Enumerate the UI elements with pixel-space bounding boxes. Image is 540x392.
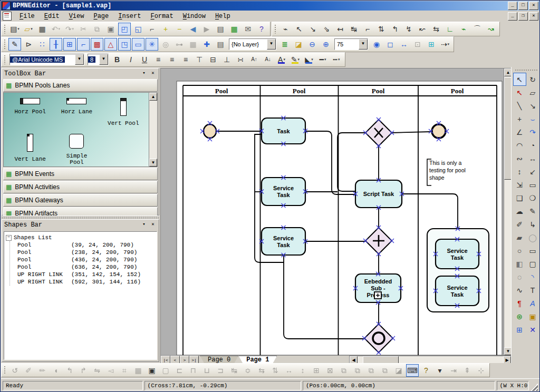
link-zigzag-left[interactable]: ↜ <box>416 23 429 35</box>
link-arrow-both[interactable]: ↹ <box>348 23 360 35</box>
table-tool[interactable]: ⊞ <box>513 323 526 336</box>
rotate-tool[interactable]: ↻ <box>526 73 539 86</box>
font-size-combo[interactable]: 8 ▼ <box>88 54 109 65</box>
lock-button[interactable]: ▣ <box>146 364 158 377</box>
toolbar-grip[interactable] <box>4 55 6 64</box>
font-name-combo[interactable]: @Arial Unicode MS ▼ <box>9 54 84 65</box>
toolbar-grip[interactable] <box>4 39 6 50</box>
link-slant[interactable]: ⇘ <box>320 23 333 35</box>
pie-tool[interactable]: ◔ <box>526 139 539 152</box>
menu-item-edit[interactable]: Edit <box>40 12 64 21</box>
blob-tool[interactable]: ◌ <box>513 270 526 283</box>
scroll-down-button[interactable]: ▼ <box>149 159 157 166</box>
toolbar-grip[interactable] <box>4 24 6 34</box>
edit-nodes-tool[interactable]: ▱ <box>526 86 539 99</box>
mdi-restore-button[interactable]: ❐ <box>518 12 528 21</box>
select-tool[interactable]: ↖ <box>513 73 526 86</box>
menu-item-window[interactable]: Window <box>178 12 210 21</box>
reduce-button[interactable]: − <box>173 23 186 35</box>
link-step-left[interactable]: ↰ <box>389 23 401 35</box>
back-button[interactable]: ◀ <box>187 23 199 35</box>
toolbox-item-simple-pool[interactable]: SimplePool <box>53 134 100 165</box>
pencil-tool[interactable]: ✎ <box>526 204 539 218</box>
menu-item-help[interactable]: Help <box>210 12 235 21</box>
font-name-dropdown[interactable]: ▼ <box>75 54 84 65</box>
menu-item-file[interactable]: File <box>15 12 40 21</box>
valign-middle-button[interactable]: ⊟ <box>207 53 219 66</box>
circle-tool[interactable]: ○ <box>513 244 526 257</box>
toolbar-grip[interactable] <box>515 69 537 72</box>
arrow-line-tool[interactable]: ↘ <box>526 99 539 112</box>
menu-item-format[interactable]: Format <box>146 12 178 21</box>
snap-handles-button[interactable]: ⌐ <box>77 38 90 51</box>
split-curve-tool[interactable]: ⌣ <box>526 112 539 125</box>
valign-top-button[interactable]: ⊤ <box>193 53 206 66</box>
zoom-area-button[interactable]: ⊞ <box>425 38 438 51</box>
shapes-list-item[interactable]: UP RIGHT LINK(592, 301, 144, 116) <box>10 278 157 286</box>
toolbar-grip[interactable] <box>274 24 277 34</box>
zoom-out-button[interactable]: ⊖ <box>306 38 319 51</box>
cross-line-tool[interactable]: + <box>513 112 526 125</box>
toolbar-grip[interactable] <box>4 366 6 375</box>
curve-point-tool[interactable]: ◝ <box>526 270 539 283</box>
layer-combo-dropdown[interactable]: ▼ <box>267 39 276 50</box>
grid-toggle-button[interactable]: ∷ <box>36 38 49 51</box>
zoom-combo-dropdown[interactable]: ▼ <box>359 39 368 50</box>
add-anchor-tool[interactable]: ↖ <box>513 86 526 99</box>
shape-select-button[interactable]: ⊳ <box>22 38 35 51</box>
pool-header-label[interactable]: Pool <box>372 87 385 95</box>
delete-tool[interactable]: ✕ <box>526 323 539 336</box>
shapes-bar-menu-button[interactable]: ▾ <box>140 221 148 228</box>
toolbox-section-bpmn-gateways[interactable]: ▦BPMN Gateways <box>3 194 158 207</box>
context-help-button[interactable]: ? <box>420 364 432 377</box>
round-bubble-tool[interactable]: ❍ <box>526 191 539 204</box>
bullet-list-button[interactable]: ∺ <box>234 53 247 66</box>
zoom-actual-button[interactable]: ◉ <box>370 38 383 51</box>
end-event[interactable] <box>432 124 446 138</box>
line-style-button[interactable]: ┅▾ <box>330 53 343 66</box>
mdi-minimize-button[interactable]: _ <box>508 12 517 21</box>
fill-color-button[interactable]: ◣▾ <box>303 53 315 66</box>
select-area-button[interactable]: ▩ <box>91 38 103 51</box>
start-event[interactable] <box>204 124 216 138</box>
pool-header-label[interactable]: Pool <box>215 87 228 95</box>
layer-combo[interactable]: {No Layer} ▼ <box>229 38 276 50</box>
toolbox-item-vert-pool[interactable]: Vert Pool <box>100 98 147 126</box>
zoom-combo[interactable]: 75 ▼ <box>334 38 368 50</box>
text-format-tool[interactable]: ¶ <box>513 297 526 310</box>
shapes-list-item[interactable]: Pool(436, 24, 200, 790) <box>10 256 157 263</box>
link-zigzag[interactable]: ↯ <box>402 23 415 35</box>
wordart-tool[interactable]: A <box>526 297 539 310</box>
menu-item-insert[interactable]: Insert <box>113 12 146 21</box>
page-frame-button[interactable]: ▭ <box>132 38 144 51</box>
highlight-button[interactable]: ✎▾ <box>289 53 302 66</box>
h-dimension-tool[interactable]: ↔ <box>526 152 539 165</box>
layers-button[interactable]: ≣ <box>278 38 291 51</box>
cloud-tool[interactable]: ☁ <box>513 204 526 218</box>
arc-tool[interactable]: ◠ <box>513 139 526 152</box>
close-button[interactable]: ✕ <box>529 2 538 10</box>
align-right-button[interactable]: ≡ <box>179 53 192 66</box>
v-dimension-tool[interactable]: ↕ <box>513 165 526 178</box>
link-elbow-node[interactable]: ∟ <box>443 23 456 35</box>
paste-button[interactable]: ▣ <box>104 23 117 35</box>
link-step-both[interactable]: ⇅ <box>375 23 388 35</box>
align-left-button[interactable]: ≡ <box>152 53 165 66</box>
shapes-bar-close-button[interactable]: ✕ <box>149 221 157 228</box>
keyboard-map-button[interactable]: ⌨ <box>406 364 419 377</box>
mdi-close-button[interactable]: ✕ <box>529 12 538 21</box>
curve-handle-tool[interactable]: ↷ <box>526 125 539 139</box>
toolbox-item-horz-pool[interactable]: Horz Pool <box>7 98 53 126</box>
link-arrow-start[interactable]: ↖ <box>293 23 305 35</box>
toolbox-section-bpmn-pools-lanes[interactable]: ▦BPMN Pools Lanes <box>3 79 158 92</box>
freeform-tool[interactable]: ∾ <box>513 152 526 165</box>
ink-brush-tool[interactable]: ✐ <box>513 218 526 231</box>
ruler-toggle-button[interactable]: ⌐ <box>146 23 158 35</box>
draw-mode-button[interactable]: ✎ <box>8 38 21 51</box>
new-document-button[interactable]: ▤▾ <box>8 23 21 35</box>
pan-window-button[interactable]: ◰ <box>118 23 131 35</box>
shapes-list-root[interactable]: − Shapes List <box>4 234 157 241</box>
link-node-slant[interactable]: ⌁ <box>457 23 470 35</box>
shapes-list-item[interactable]: Pool(238, 24, 200, 790) <box>10 249 157 256</box>
toolbox-section-bpmn-events[interactable]: ▦BPMN Events <box>3 168 158 180</box>
